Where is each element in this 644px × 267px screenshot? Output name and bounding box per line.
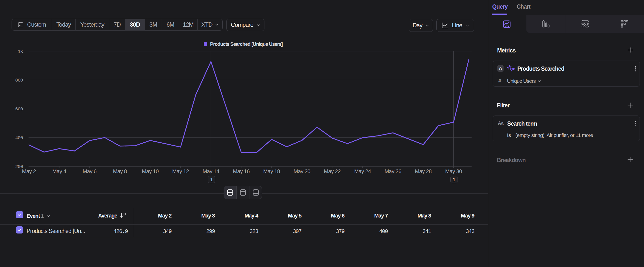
svg-text:400: 400 [15,135,23,141]
svg-text:May 24: May 24 [354,168,371,174]
svg-text:1K: 1K [18,49,23,55]
svg-text:May 12: May 12 [172,168,189,174]
svg-text:May 22: May 22 [324,168,341,174]
svg-text:May 14: May 14 [202,168,219,174]
svg-text:May 28: May 28 [415,168,432,174]
svg-text:800: 800 [15,78,23,83]
svg-text:May 30: May 30 [445,168,462,174]
svg-text:May 20: May 20 [294,168,310,174]
svg-text:May 16: May 16 [233,168,250,174]
svg-text:May 2: May 2 [22,168,36,174]
svg-text:600: 600 [15,106,23,112]
svg-text:May 18: May 18 [263,168,280,174]
svg-text:May 4: May 4 [52,168,66,174]
svg-text:May 26: May 26 [384,168,401,174]
svg-text:May 10: May 10 [142,168,159,174]
svg-text:May 8: May 8 [113,168,127,174]
svg-text:May 6: May 6 [83,168,97,174]
